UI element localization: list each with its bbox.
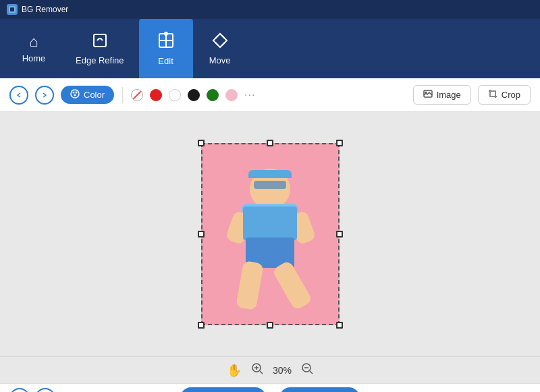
svg-point-8 [73,92,75,94]
zoom-bar: ✋ 30% [0,356,540,383]
color-more-btn[interactable]: ··· [244,89,255,101]
image-container[interactable] [201,143,340,325]
crop-btn-label: Crop [502,90,520,100]
svg-line-17 [260,371,263,374]
svg-point-10 [74,94,76,96]
bottom-bar: New Image Download [0,383,540,392]
move-icon [212,32,228,51]
zoom-level-label: 30% [273,365,292,376]
title-bar: BG Remover [0,0,540,19]
edge-refine-icon [92,32,108,51]
handle-bot-mid[interactable] [267,322,273,329]
app-title: BG Remover [22,5,68,14]
zoom-out-icon[interactable] [301,362,313,378]
nav-item-edge-refine[interactable]: Edge Refine [61,19,139,78]
svg-rect-1 [10,7,14,11]
bottom-back-btn[interactable] [9,388,30,392]
baby-headband [248,170,292,178]
nav-label-edge-refine: Edge Refine [76,55,124,65]
handle-mid-right[interactable] [336,231,343,237]
baby-top [243,206,297,240]
color-divider [122,87,123,103]
toolbar-forward-btn[interactable] [35,86,54,105]
color-button[interactable]: Color [61,86,114,104]
handle-top-mid[interactable] [267,140,273,146]
crop-icon [488,89,497,101]
svg-rect-2 [94,34,106,47]
handle-bot-right[interactable] [336,322,343,329]
new-image-button[interactable]: New Image [180,387,266,392]
image-btn-label: Image [437,90,461,100]
crop-button[interactable]: Crop [478,85,531,105]
svg-rect-13 [490,91,495,96]
nav-item-move[interactable]: Move [193,19,247,78]
nav-label-home: Home [22,53,46,63]
nav-label-edit: Edit [158,56,173,66]
download-button[interactable]: Download [279,387,359,392]
color-swatch-transparent[interactable] [131,89,143,101]
app-icon [7,4,18,15]
color-swatch-white[interactable] [169,89,181,101]
image-background [201,143,340,325]
color-swatch-green[interactable] [207,89,219,101]
svg-line-20 [310,371,313,374]
navbar: ⌂ Home Edge Refine Edit [0,19,540,78]
color-btn-label: Color [84,90,105,100]
handle-top-left[interactable] [198,140,205,146]
nav-item-edit[interactable]: Edit [139,19,193,78]
home-icon: ⌂ [29,34,38,49]
svg-point-9 [76,92,78,94]
color-palette-icon [70,89,80,101]
image-icon [423,89,433,101]
toolbar: Color ··· Image Crop [0,78,540,112]
image-button[interactable]: Image [413,85,471,105]
bottom-forward-btn[interactable] [35,388,55,392]
svg-point-12 [425,92,427,94]
baby-leg-left [236,260,264,310]
nav-label-move: Move [209,55,231,65]
svg-point-7 [71,90,79,98]
handle-bot-left[interactable] [198,322,205,329]
edit-icon [157,32,175,52]
baby-figure [223,162,317,317]
svg-point-6 [165,32,167,35]
handle-top-right[interactable] [336,140,343,146]
toolbar-back-btn[interactable] [9,86,28,105]
color-swatch-red[interactable] [150,89,162,101]
color-swatch-black[interactable] [188,89,200,101]
baby-leg-right [272,260,313,311]
canvas-area [0,112,540,356]
color-swatch-pink[interactable] [225,89,238,101]
hand-pan-icon[interactable]: ✋ [227,363,242,378]
handle-mid-left[interactable] [198,231,205,237]
nav-item-home[interactable]: ⌂ Home [7,19,61,78]
zoom-in-icon[interactable] [251,362,263,378]
